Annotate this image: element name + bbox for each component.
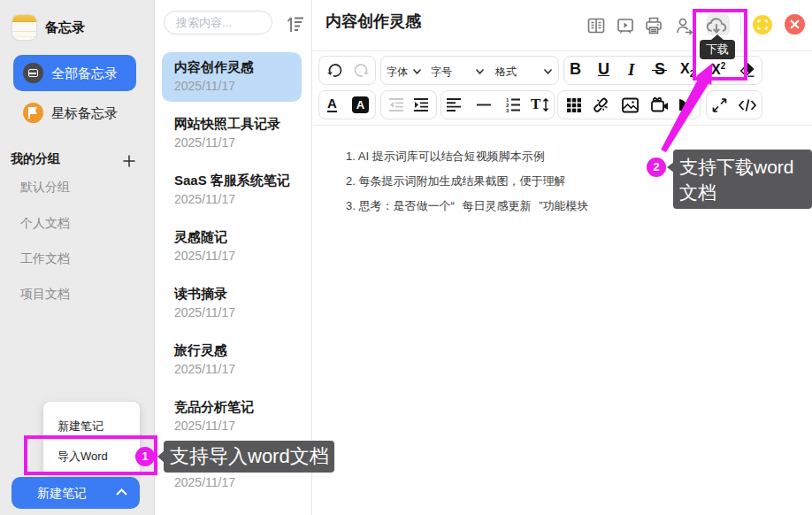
svg-text:3: 3: [506, 108, 509, 112]
